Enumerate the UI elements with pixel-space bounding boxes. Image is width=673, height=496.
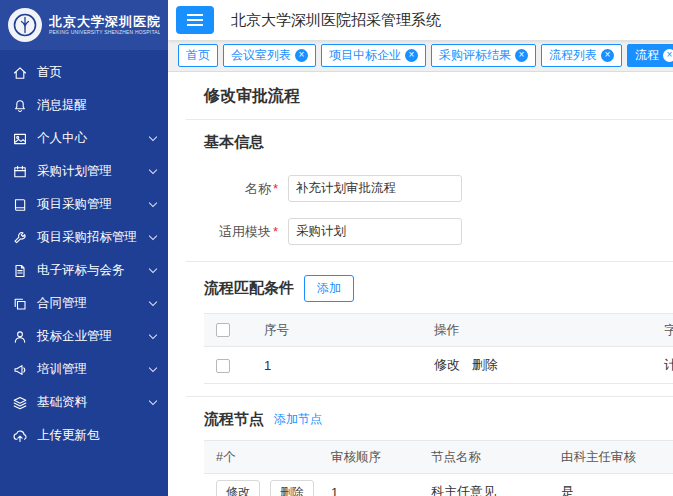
node-name-cell: 科主任意见: [419, 474, 549, 496]
tab-label: 项目中标企业: [329, 47, 401, 64]
match-conditions-heading: 流程匹配条件: [204, 279, 294, 298]
sidebar-item-label: 首页: [37, 64, 62, 81]
sidebar-item-messages[interactable]: 消息提醒: [0, 89, 168, 122]
match-conditions-section-header: 流程匹配条件 添加: [186, 262, 673, 313]
tab-project-winning-bidder[interactable]: 项目中标企业: [321, 44, 426, 67]
sidebar-item-procurement-plan[interactable]: 采购计划管理: [0, 155, 168, 188]
flow-nodes-table: #个 审核顺序 节点名称 由科主任审核 修改 删除 1 科主任意见 是: [204, 440, 673, 496]
hospital-logo: 北京大学深圳医院 PEKING UNIVERSITY SHENZHEN HOSP…: [0, 0, 168, 50]
column-header-seq: 序号: [252, 314, 422, 347]
table-header-row: 序号 操作 字: [204, 314, 673, 347]
name-input[interactable]: [288, 175, 462, 202]
chevron-down-icon: [149, 165, 157, 173]
document-icon: [12, 263, 28, 278]
name-field-label: 名称: [186, 180, 278, 198]
sidebar-item-label: 个人中心: [37, 130, 87, 147]
module-input[interactable]: [288, 218, 462, 245]
sidebar-menu: 首页 消息提醒 个人中心 采购计划管理 项目采购管理 项目采购招标管理: [0, 50, 168, 452]
name-field-row: 名称: [186, 175, 673, 202]
tab-process[interactable]: 流程: [627, 44, 673, 67]
tab-process-list[interactable]: 流程列表: [541, 44, 622, 67]
column-header-operation: 操作: [422, 314, 652, 347]
flow-nodes-heading: 流程节点: [204, 410, 264, 429]
top-header: 北京大学深圳医院招采管理系统: [168, 0, 673, 40]
select-all-checkbox[interactable]: [216, 323, 230, 337]
flow-nodes-section-header: 流程节点 添加节点: [186, 397, 673, 440]
add-node-link[interactable]: 添加节点: [274, 411, 322, 428]
home-icon: [12, 65, 28, 80]
seq-cell: 1: [252, 347, 422, 384]
tab-label: 流程: [635, 47, 659, 64]
page-title: 修改审批流程: [186, 72, 673, 119]
user-photo-icon: [12, 131, 28, 146]
close-icon[interactable]: [515, 49, 528, 62]
close-icon[interactable]: [663, 49, 673, 62]
sidebar-item-bidder-management[interactable]: 投标企业管理: [0, 320, 168, 353]
dept-head-cell: 是: [549, 474, 673, 496]
tab-evaluation-result[interactable]: 采购评标结果: [431, 44, 536, 67]
sidebar-item-home[interactable]: 首页: [0, 56, 168, 89]
sidebar-item-project-procurement[interactable]: 项目采购管理: [0, 188, 168, 221]
chevron-down-icon: [149, 264, 157, 272]
column-header-dept-head: 由科主任审核: [549, 441, 673, 474]
logo-subtitle: PEKING UNIVERSITY SHENZHEN HOSPITAL: [49, 30, 160, 36]
order-cell: 1: [319, 474, 419, 496]
sidebar-item-project-bidding[interactable]: 项目采购招标管理: [0, 221, 168, 254]
main-content: 修改审批流程 基本信息 名称 适用模块 流程匹配条件 添加 序号 操作 字: [168, 72, 673, 496]
delete-link[interactable]: 删除: [472, 357, 498, 372]
close-icon[interactable]: [405, 49, 418, 62]
open-tabs-bar: 首页 会议室列表 项目中标企业 采购评标结果 流程列表 流程: [168, 40, 673, 72]
column-header-actions: #个: [204, 441, 319, 474]
module-field-label: 适用模块: [186, 223, 278, 241]
cloud-upload-icon: [12, 428, 28, 443]
tab-meeting-room-list[interactable]: 会议室列表: [223, 44, 316, 67]
sidebar-toggle-button[interactable]: [176, 6, 214, 34]
modify-link[interactable]: 修改: [434, 357, 460, 372]
sidebar-item-label: 电子评标与会务: [37, 262, 125, 279]
hospital-emblem-icon: [8, 8, 42, 42]
tab-label: 流程列表: [549, 47, 597, 64]
sidebar-item-e-evaluation[interactable]: 电子评标与会务: [0, 254, 168, 287]
table-row: 修改 删除 1 科主任意见 是: [204, 474, 673, 496]
logo-text: 北京大学深圳医院 PEKING UNIVERSITY SHENZHEN HOSP…: [49, 15, 160, 36]
calendar-icon: [12, 164, 28, 179]
sidebar: 北京大学深圳医院 PEKING UNIVERSITY SHENZHEN HOSP…: [0, 0, 168, 496]
basic-info-section-header: 基本信息: [186, 120, 673, 163]
sidebar-item-label: 投标企业管理: [37, 328, 112, 345]
layers-icon: [12, 395, 28, 410]
close-icon[interactable]: [295, 49, 308, 62]
column-header-node-name: 节点名称: [419, 441, 549, 474]
close-icon[interactable]: [601, 49, 614, 62]
tab-label: 会议室列表: [231, 47, 291, 64]
modify-button[interactable]: 修改: [216, 480, 260, 496]
tab-label: 采购评标结果: [439, 47, 511, 64]
clipped-cell: 计: [652, 347, 673, 384]
sidebar-item-label: 项目采购管理: [37, 196, 112, 213]
bell-icon: [12, 98, 28, 113]
sidebar-item-basic-data[interactable]: 基础资料: [0, 386, 168, 419]
match-conditions-table: 序号 操作 字 1 修改 删除 计: [204, 313, 673, 384]
sidebar-item-label: 项目采购招标管理: [37, 229, 137, 246]
tab-label: 首页: [186, 47, 210, 64]
sidebar-item-contract[interactable]: 合同管理: [0, 287, 168, 320]
basic-info-heading: 基本信息: [204, 133, 264, 152]
sidebar-item-personal-center[interactable]: 个人中心: [0, 122, 168, 155]
row-checkbox[interactable]: [216, 359, 230, 373]
column-header-order: 审核顺序: [319, 441, 419, 474]
column-header-clipped: 字: [652, 314, 673, 347]
chevron-down-icon: [149, 396, 157, 404]
sidebar-item-training[interactable]: 培训管理: [0, 353, 168, 386]
megaphone-icon: [12, 362, 28, 377]
add-condition-button[interactable]: 添加: [304, 275, 354, 302]
chevron-down-icon: [149, 231, 157, 239]
app-title: 北京大学深圳医院招采管理系统: [231, 11, 441, 30]
chevron-down-icon: [149, 132, 157, 140]
tab-home[interactable]: 首页: [178, 44, 218, 67]
wrench-icon: [12, 230, 28, 245]
book-icon: [12, 197, 28, 212]
delete-button[interactable]: 删除: [270, 480, 314, 496]
sidebar-item-upload-package[interactable]: 上传更新包: [0, 419, 168, 452]
chevron-down-icon: [149, 198, 157, 206]
sidebar-item-label: 基础资料: [37, 394, 87, 411]
chevron-down-icon: [149, 363, 157, 371]
